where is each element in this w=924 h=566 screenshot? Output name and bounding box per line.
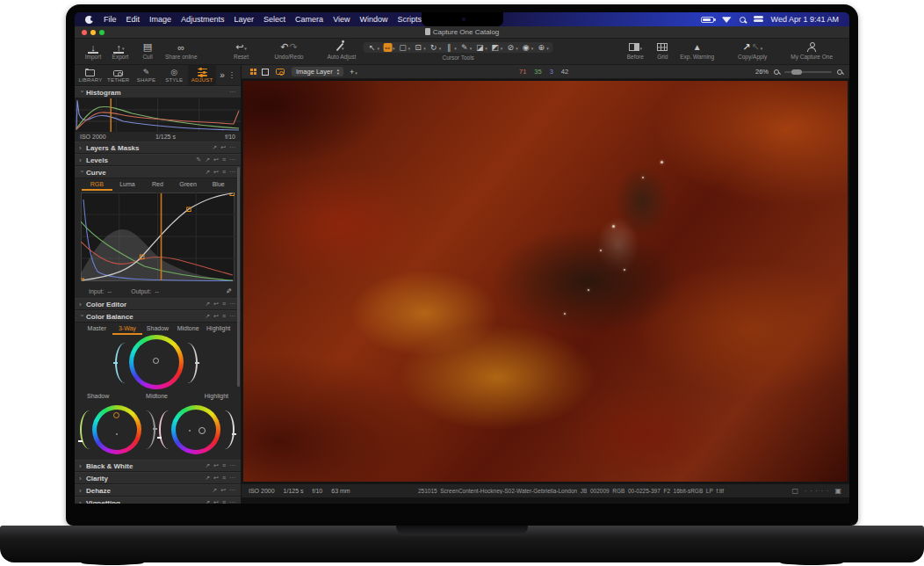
shadow-color-wheel[interactable]	[92, 405, 141, 454]
tab-library[interactable]: LIBRARY	[76, 65, 105, 85]
import-button[interactable]: ↓ Import	[83, 41, 103, 60]
expand-panel-icon[interactable]: ↗	[212, 487, 217, 494]
tab-adjust[interactable]: ADJUST	[188, 65, 216, 85]
menu-window[interactable]: Window	[359, 15, 387, 24]
curve-tab-luma[interactable]: Luma	[112, 181, 143, 191]
more-icon[interactable]: ···	[229, 313, 235, 320]
tab-style[interactable]: ◎ STYLE	[160, 65, 188, 85]
share-online-button[interactable]: ∞ Share online	[165, 41, 198, 60]
frame-icon[interactable]: ▢	[791, 487, 799, 495]
vignetting-header[interactable]: › Vignetting ↗ ↩ ≡ ···	[75, 497, 241, 504]
expand-panel-icon[interactable]: ↗	[205, 169, 210, 176]
more-icon[interactable]: ···	[229, 499, 235, 504]
more-icon[interactable]: ···	[229, 301, 235, 308]
exposure-warning-button[interactable]: ▲ Exp. Warning	[680, 41, 714, 60]
layer-select-dropdown[interactable]: Image Layer ▴▾	[292, 67, 343, 76]
curve-tab-red[interactable]: Red	[142, 181, 173, 191]
shadow-lightness-slider[interactable]	[145, 410, 155, 449]
menu-camera[interactable]: Camera	[295, 15, 323, 24]
reset-panel-icon[interactable]: ↩	[220, 144, 226, 151]
zoom-window-button[interactable]	[99, 30, 105, 35]
crop-tool[interactable]: ⊡▾	[414, 43, 426, 52]
reset-panel-icon[interactable]: ↩	[213, 169, 219, 176]
reset-panel-icon[interactable]: ↩	[213, 313, 219, 320]
menu-scripts[interactable]: Scripts	[398, 15, 422, 24]
reset-panel-icon[interactable]: ↩	[220, 487, 226, 494]
preset-menu-icon[interactable]: ≡	[222, 475, 226, 482]
zoom-out-icon[interactable]	[774, 69, 779, 75]
before-after-button[interactable]: ▾ Before	[625, 41, 645, 60]
preset-menu-icon[interactable]: ≡	[222, 313, 226, 320]
preset-menu-icon[interactable]: ≡	[222, 301, 226, 308]
cb-tab-3way[interactable]: 3-Way	[112, 325, 143, 335]
export-button[interactable]: ↑▾ Export	[111, 41, 130, 60]
highlight-lightness-slider[interactable]	[224, 410, 235, 449]
clarity-header[interactable]: › Clarity ↗ ↩ ≡ ···	[75, 472, 241, 484]
tab-overflow-menu-icon[interactable]: ⋮	[228, 71, 235, 79]
panel-scrollbar[interactable]	[237, 167, 240, 387]
picker-icon[interactable]: ✎	[196, 156, 201, 163]
minimize-window-button[interactable]	[90, 30, 96, 35]
expand-panel-icon[interactable]: ↗	[205, 499, 210, 504]
more-icon[interactable]: ···	[229, 144, 235, 151]
color-balance-header[interactable]: › Color Balance ↗ ↩ ≡ ···	[75, 310, 241, 323]
histogram-header[interactable]: › Histogram ···	[75, 86, 241, 98]
more-icon[interactable]: ···	[229, 169, 235, 176]
orientation-tool[interactable]: ▢▾	[399, 43, 411, 52]
undo-redo-buttons[interactable]: ↶↷ Undo/Redo	[275, 41, 304, 60]
cb-tab-midtone[interactable]: Midtone	[173, 325, 204, 335]
reset-panel-icon[interactable]: ↩	[213, 475, 219, 482]
menu-select[interactable]: Select	[263, 15, 285, 24]
expand-panel-icon[interactable]: ↗	[205, 156, 210, 163]
reset-panel-icon[interactable]: ↩	[213, 301, 219, 308]
curve-graph[interactable]	[75, 191, 241, 285]
menu-bar-clock[interactable]: Wed Apr 1 9:41 AM	[771, 15, 839, 24]
cb-tab-highlight[interactable]: Highlight	[203, 325, 234, 335]
more-icon[interactable]: ···	[229, 475, 235, 482]
reset-panel-icon[interactable]: ↩	[213, 499, 219, 504]
midtone-saturation-slider[interactable]	[115, 343, 126, 383]
levels-header[interactable]: › Levels ✎ ↗ ↩ ≡ ···	[75, 154, 241, 166]
battery-icon[interactable]	[701, 17, 714, 23]
highlight-saturation-slider[interactable]	[159, 410, 170, 449]
dehaze-header[interactable]: › Dehaze ↗ ↩ ···	[75, 484, 241, 497]
wifi-icon[interactable]	[722, 16, 732, 23]
more-icon[interactable]: ···	[229, 462, 235, 469]
expand-panel-icon[interactable]: ↗	[205, 313, 210, 320]
curve-tab-green[interactable]: Green	[173, 181, 204, 191]
straighten-tool[interactable]: ∥▾	[444, 43, 457, 52]
copy-apply-button[interactable]: ↗↖▾ Copy/Apply	[738, 41, 767, 60]
expand-panel-icon[interactable]: ↗	[205, 462, 210, 469]
preset-menu-icon[interactable]: ≡	[222, 156, 226, 163]
control-center-icon[interactable]	[754, 16, 763, 23]
tab-tether[interactable]: TETHER	[105, 65, 133, 85]
shadow-saturation-slider[interactable]	[80, 410, 90, 449]
zoom-level-value[interactable]: 26%	[755, 68, 769, 76]
menu-edit[interactable]: Edit	[126, 15, 141, 24]
preset-menu-icon[interactable]: ≡	[222, 462, 226, 469]
rotate-tool[interactable]: ↻▾	[430, 43, 442, 52]
image-viewer[interactable]	[242, 79, 849, 483]
reset-panel-icon[interactable]: ↩	[213, 156, 219, 163]
menu-view[interactable]: View	[333, 15, 350, 24]
expand-panel-icon[interactable]: ↗	[205, 301, 210, 308]
highlight-color-wheel[interactable]	[171, 405, 220, 454]
expand-panel-icon[interactable]: ↗	[205, 475, 210, 482]
reset-button[interactable]: ↩▾ Reset	[232, 41, 251, 60]
tab-shape[interactable]: ✎ SHAPE	[133, 65, 161, 85]
menu-adjustments[interactable]: Adjustments	[181, 15, 225, 24]
black-white-header[interactable]: › Black & White ↗ ↩ ≡ ···	[75, 460, 241, 472]
single-view-icon[interactable]	[262, 69, 269, 76]
midtone-lightness-slider[interactable]	[187, 343, 198, 383]
close-window-button[interactable]	[82, 30, 87, 35]
preset-menu-icon[interactable]: ≡	[222, 169, 226, 176]
menu-file[interactable]: File	[104, 15, 117, 24]
menu-image[interactable]: Image	[149, 15, 171, 24]
preset-menu-icon[interactable]: ≡	[222, 499, 226, 504]
more-icon[interactable]: ···	[229, 156, 235, 163]
filmstrip-toggle-icon[interactable]: ▣	[834, 487, 842, 495]
heal-tool[interactable]: ◩▾	[491, 43, 503, 52]
more-icon[interactable]: ···	[229, 487, 235, 494]
midtone-color-wheel[interactable]	[129, 335, 184, 389]
zoom-tool[interactable]: ⊕▾	[537, 43, 549, 52]
